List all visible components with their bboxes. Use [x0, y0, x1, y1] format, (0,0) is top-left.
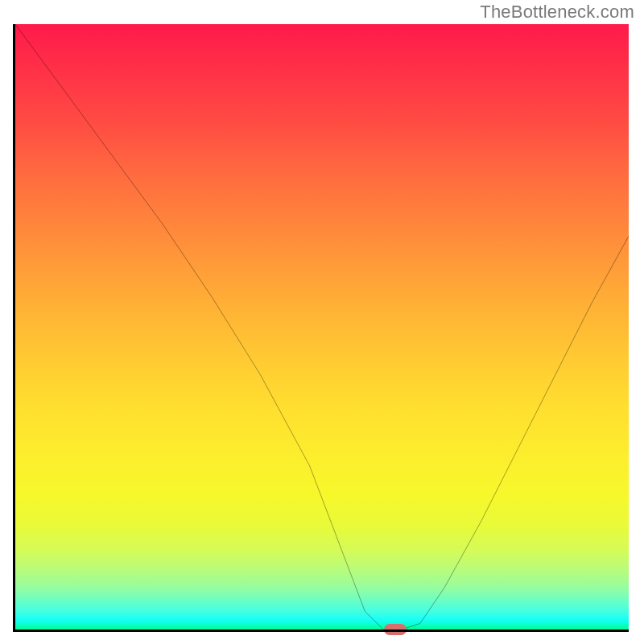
plot-area: [15, 24, 629, 630]
chart-container: TheBottleneck.com: [0, 0, 644, 644]
x-axis: [13, 630, 629, 632]
attribution-text: TheBottleneck.com: [480, 2, 634, 23]
bottleneck-curve: [15, 24, 629, 630]
minimum-marker: [384, 624, 407, 635]
